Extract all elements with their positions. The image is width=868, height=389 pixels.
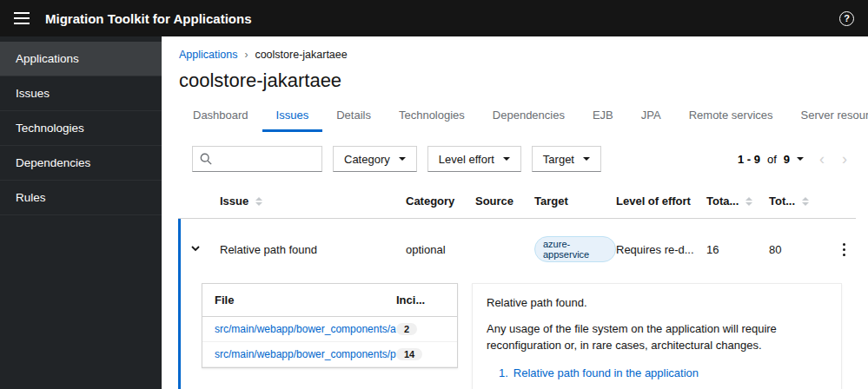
tab-details[interactable]: Details: [322, 101, 385, 132]
breadcrumb-link-applications[interactable]: Applications: [179, 49, 237, 61]
row-expand-toggle[interactable]: [181, 242, 220, 257]
nav-toggle-button[interactable]: [14, 12, 30, 24]
issue-description-body: Any usage of the file system on the appl…: [487, 321, 827, 354]
chevron-down-icon: [189, 242, 202, 254]
file-link[interactable]: src/main/webapp/bower_components/angular…: [215, 323, 396, 335]
issues-table: Issue Category Source Target Level of ef…: [178, 184, 856, 389]
hamburger-icon: [14, 12, 30, 24]
incident-count-badge: 14: [396, 348, 422, 360]
file-row: src/main/webapp/bower_components/pattern…: [202, 342, 457, 367]
column-header-level-of-effort-label: Level of effort: [616, 194, 691, 208]
column-header-issue[interactable]: Issue: [220, 194, 406, 208]
expanded-row-group: Relative path found optional azure-appse…: [178, 219, 856, 389]
issue-reference-item: 1. Relative path found in the applicatio…: [499, 366, 827, 379]
issue-description-title: Relative path found.: [487, 296, 827, 309]
target-filter-dropdown[interactable]: Target: [532, 146, 601, 172]
page-header: Applications › coolstore-jakartaee cools…: [162, 36, 868, 132]
search-input-wrapper: [192, 146, 322, 172]
column-header-total-effort-label: Tot...: [769, 194, 795, 208]
caret-down-icon: [503, 157, 510, 161]
breadcrumb-current: coolstore-jakartaee: [255, 49, 347, 61]
issue-reference-link[interactable]: Relative path found in the application: [514, 366, 699, 379]
tab-ejb[interactable]: EJB: [579, 101, 627, 132]
tab-jpa[interactable]: JPA: [627, 101, 675, 132]
target-filter-label: Target: [543, 153, 574, 166]
sidebar-item-applications[interactable]: Applications: [0, 42, 162, 76]
column-header-total-incidents-label: Tota...: [706, 194, 739, 208]
sort-icon: [802, 197, 809, 206]
pagination-prev-button[interactable]: ‹: [811, 151, 833, 167]
issue-reference-number: 1.: [499, 366, 508, 379]
sort-icon: [255, 197, 262, 206]
tab-dashboard[interactable]: Dashboard: [179, 101, 262, 132]
tab-remote-services[interactable]: Remote services: [675, 101, 787, 132]
toolbar: Category Level effort Target 1 - 9 of 9: [178, 146, 856, 172]
column-header-source: Source: [475, 194, 534, 208]
search-input[interactable]: [217, 152, 315, 167]
help-button[interactable]: ?: [839, 11, 854, 26]
row-kebab-menu-button[interactable]: [839, 240, 849, 260]
pagination: 1 - 9 of 9 ‹ ›: [731, 151, 856, 167]
column-header-category: Category: [406, 194, 475, 208]
main-content: Applications › coolstore-jakartaee cools…: [162, 36, 868, 389]
masthead: Migration Toolkit for Applications ?: [0, 0, 868, 36]
level-of-effort-cell: Requires re-d...: [616, 243, 706, 256]
incident-count-badge: 2: [396, 323, 417, 335]
level-effort-filter-label: Level effort: [439, 153, 494, 166]
level-effort-filter-dropdown[interactable]: Level effort: [427, 146, 521, 172]
sidebar: Applications Issues Technologies Depende…: [0, 36, 162, 389]
expanded-detail-area: File Inci... src/main/webapp/bower_compo…: [181, 276, 856, 389]
issue-cell: Relative path found: [220, 243, 406, 256]
caret-down-icon: [797, 157, 804, 161]
issue-description-card: Relative path found. Any usage of the fi…: [472, 283, 842, 389]
column-header-total-effort[interactable]: Tot...: [769, 194, 823, 208]
question-circle-icon: ?: [839, 11, 854, 26]
column-header-source-label: Source: [475, 194, 514, 208]
column-header-issue-label: Issue: [220, 194, 248, 208]
tab-dependencies[interactable]: Dependencies: [479, 101, 579, 132]
sidebar-item-dependencies[interactable]: Dependencies: [0, 146, 162, 181]
sort-icon: [745, 197, 752, 206]
files-column-file-label: File: [215, 293, 396, 307]
affected-files-card: File Inci... src/main/webapp/bower_compo…: [202, 283, 458, 368]
layout: Applications Issues Technologies Depende…: [0, 36, 868, 389]
column-header-category-label: Category: [406, 194, 454, 208]
page-title: coolstore-jakartaee: [179, 69, 854, 92]
pagination-next-button[interactable]: ›: [833, 151, 856, 167]
file-row: src/main/webapp/bower_components/angular…: [202, 317, 457, 342]
tabs: Dashboard Issues Details Technologies De…: [179, 101, 854, 132]
total-incidents-cell: 16: [706, 243, 769, 256]
caret-down-icon: [583, 157, 590, 161]
pagination-total: 9: [784, 153, 790, 166]
tab-technologies[interactable]: Technologies: [385, 101, 479, 132]
sidebar-item-technologies[interactable]: Technologies: [0, 111, 162, 146]
kebab-icon: [843, 243, 845, 256]
sidebar-item-issues[interactable]: Issues: [0, 76, 162, 111]
sidebar-item-rules[interactable]: Rules: [0, 181, 162, 215]
column-header-level-of-effort: Level of effort: [616, 194, 706, 208]
issues-content: Category Level effort Target 1 - 9 of 9: [162, 132, 868, 389]
pagination-menu-toggle[interactable]: 1 - 9 of 9: [731, 153, 811, 166]
search-icon: [200, 153, 212, 165]
breadcrumb-separator-icon: ›: [244, 49, 248, 61]
files-column-incidents-label: Inci...: [396, 293, 445, 307]
tab-server-resources[interactable]: Server resources: [787, 101, 868, 132]
category-cell: optional: [406, 243, 475, 256]
table-row: Relative path found optional azure-appse…: [181, 219, 856, 276]
issues-table-header: Issue Category Source Target Level of ef…: [178, 184, 856, 219]
tab-issues[interactable]: Issues: [262, 101, 323, 132]
files-table-header: File Inci...: [202, 284, 457, 317]
column-header-target: Target: [534, 194, 616, 208]
total-effort-cell: 80: [769, 243, 823, 256]
pagination-of-label: of: [767, 153, 777, 166]
target-label-badge: azure-appservice: [534, 236, 616, 262]
pagination-range: 1 - 9: [738, 153, 760, 166]
caret-down-icon: [399, 157, 406, 161]
app-title: Migration Toolkit for Applications: [45, 11, 252, 26]
target-cell: azure-appservice: [534, 236, 616, 262]
file-link[interactable]: src/main/webapp/bower_components/pattern…: [215, 348, 396, 360]
column-header-total-incidents[interactable]: Tota...: [706, 194, 769, 208]
category-filter-label: Category: [344, 153, 390, 166]
category-filter-dropdown[interactable]: Category: [333, 146, 417, 172]
breadcrumb: Applications › coolstore-jakartaee: [179, 49, 854, 61]
